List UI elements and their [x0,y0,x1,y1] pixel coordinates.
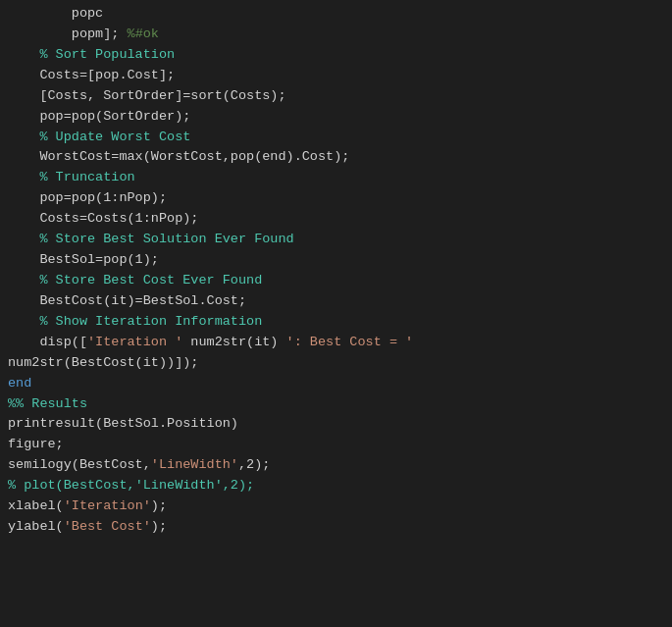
line-content: % Store Best Solution Ever Found [8,230,664,250]
code-token: BestCost(it)=BestSol.Cost; [8,293,246,308]
line-content: num2str(BestCost(it))]); [8,353,664,374]
line-content: figure; [8,435,664,455]
code-line: popm]; %#ok [0,25,672,45]
code-token: % Store Best Solution Ever Found [39,232,293,246]
code-token [8,314,39,329]
code-token: popc [8,6,103,21]
code-token: %% Results [8,396,87,411]
line-content: printresult(BestSol.Position) [8,414,664,435]
code-token [8,47,39,62]
code-line: popc [0,4,672,25]
code-line: % Sort Population [0,45,672,66]
line-content: % Store Best Cost Ever Found [8,271,664,291]
line-content: pop=pop(1:nPop); [8,188,664,209]
code-token: xlabel( [8,498,64,513]
code-token [8,130,39,144]
code-line: ylabel('Best Cost'); [0,517,672,538]
code-line: % Show Iteration Information [0,312,672,333]
code-token: % Store Best Cost Ever Found [39,273,262,287]
code-token: 'Iteration' [64,498,151,513]
code-token: Costs=[pop.Cost]; [8,68,175,82]
line-content: % Sort Population [8,45,664,66]
code-line: %% Results [0,394,672,415]
code-token: % plot(BestCost, [8,478,135,493]
code-token [8,170,39,184]
code-token: ylabel( [8,519,64,534]
code-token: [Costs, SortOrder]=sort(Costs); [8,88,286,103]
code-token: pop=pop(SortOrder); [8,109,190,124]
code-token: WorstCost=max(WorstCost,pop(end).Cost); [8,149,349,164]
code-token [8,232,39,246]
code-line: % Store Best Cost Ever Found [0,271,672,291]
code-token: end [8,376,31,391]
code-line: pop=pop(1:nPop); [0,188,672,209]
code-line: % plot(BestCost,'LineWidth',2); [0,476,672,496]
code-token: ); [151,519,167,534]
code-line: num2str(BestCost(it))]); [0,353,672,374]
code-token: num2str(it) [182,335,285,349]
line-content: %% Results [8,394,664,415]
code-token: printresult(BestSol.Position) [8,416,238,431]
code-token: figure; [8,437,64,451]
code-token: 'Best Cost' [64,519,151,534]
line-content: disp(['Iteration ' num2str(it) ': Best C… [8,333,664,353]
line-content: xlabel('Iteration'); [8,496,664,517]
line-content: % plot(BestCost,'LineWidth',2); [8,476,664,496]
line-content: ylabel('Best Cost'); [8,517,664,538]
line-content: [Costs, SortOrder]=sort(Costs); [8,86,664,107]
code-token: % Truncation [39,170,134,184]
code-token: semilogy(BestCost, [8,457,151,472]
code-token: 'LineWidth' [151,457,238,472]
code-token: Costs=Costs(1:nPop); [8,211,198,226]
code-token: disp([ [8,335,87,349]
code-line: BestSol=pop(1); [0,250,672,271]
line-content: popm]; %#ok [8,25,664,45]
code-token: ,2); [223,478,254,493]
code-line: printresult(BestSol.Position) [0,414,672,435]
code-token: %#ok [128,26,159,41]
code-editor: popc popm]; %#ok % Sort Population Costs… [0,0,672,542]
code-line: % Update Worst Cost [0,128,672,148]
code-token: % Update Worst Cost [39,130,190,144]
line-content: popc [8,4,664,25]
line-content: BestCost(it)=BestSol.Cost; [8,291,664,312]
line-content: Costs=[pop.Cost]; [8,66,664,86]
code-token: pop=pop(1:nPop); [8,190,167,205]
code-line: WorstCost=max(WorstCost,pop(end).Cost); [0,147,672,168]
code-token: popm]; [8,26,128,41]
line-content: pop=pop(SortOrder); [8,107,664,128]
line-content: % Show Iteration Information [8,312,664,333]
code-line: Costs=Costs(1:nPop); [0,209,672,230]
code-line: [Costs, SortOrder]=sort(Costs); [0,86,672,107]
code-line: Costs=[pop.Cost]; [0,66,672,86]
line-content: % Update Worst Cost [8,128,664,148]
code-token: 'Iteration ' [87,335,182,349]
code-token: BestSol=pop(1); [8,252,159,267]
code-token: 'LineWidth' [135,478,223,493]
code-line: % Store Best Solution Ever Found [0,230,672,250]
code-line: BestCost(it)=BestSol.Cost; [0,291,672,312]
code-token: ': Best Cost = ' [286,335,414,349]
line-content: semilogy(BestCost,'LineWidth',2); [8,455,664,476]
code-token [8,273,39,287]
code-line: figure; [0,435,672,455]
code-line: disp(['Iteration ' num2str(it) ': Best C… [0,333,672,353]
code-token: ,2); [238,457,270,472]
code-token: num2str(BestCost(it))]); [8,355,198,370]
line-content: end [8,374,664,394]
code-token: % Show Iteration Information [39,314,262,329]
line-content: WorstCost=max(WorstCost,pop(end).Cost); [8,147,664,168]
code-token: % Sort Population [39,47,175,62]
code-line: xlabel('Iteration'); [0,496,672,517]
code-line: pop=pop(SortOrder); [0,107,672,128]
code-line: % Truncation [0,168,672,188]
line-content: BestSol=pop(1); [8,250,664,271]
line-content: % Truncation [8,168,664,188]
code-line: semilogy(BestCost,'LineWidth',2); [0,455,672,476]
code-line: end [0,374,672,394]
line-content: Costs=Costs(1:nPop); [8,209,664,230]
code-token: ); [151,498,167,513]
